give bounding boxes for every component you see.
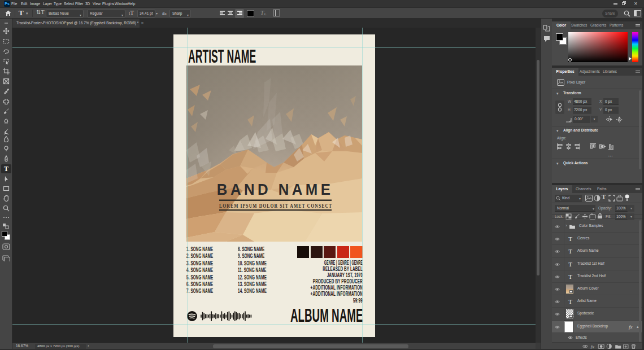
- svg-text:fx: fx: [591, 344, 595, 349]
